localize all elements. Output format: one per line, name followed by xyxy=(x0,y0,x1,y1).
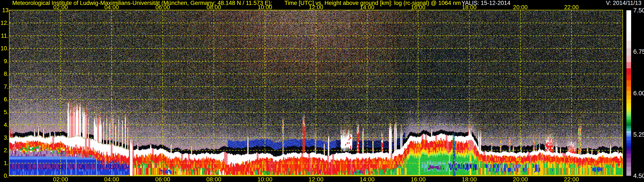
x-tick-label-top: 16:00 xyxy=(411,4,426,10)
y-tick-label: 7. xyxy=(0,84,8,90)
x-tick-label-top: 08:00 xyxy=(206,4,221,10)
y-tick-label: 12. xyxy=(0,20,8,26)
y-tick-label: 13 xyxy=(0,7,8,13)
y-tick-label: 9. xyxy=(0,58,8,64)
colorbar-tick-label: 6.75 xyxy=(633,49,644,55)
version-label: V: 2014/11/13 xyxy=(606,0,642,6)
y-tick-label: 2. xyxy=(0,148,8,153)
y-tick-label: 1. xyxy=(0,160,8,166)
x-tick-label-bottom: 14:00 xyxy=(360,177,374,182)
x-tick-label-top: 18:00 xyxy=(462,4,476,10)
x-tick-label-top: 22:00 xyxy=(564,4,579,10)
x-tick-label-bottom: 12:00 xyxy=(308,177,324,182)
x-tick-label-top: 12:00 xyxy=(309,4,323,10)
x-tick-label-top: 10:00 xyxy=(258,4,272,10)
y-tick-label: 0. xyxy=(0,173,8,179)
station-title: Meteorological Institute of Ludwig-Maxim… xyxy=(12,0,272,6)
y-tick-label: 8. xyxy=(0,71,8,77)
y-tick-label: 11. xyxy=(0,33,8,39)
x-tick-label-bottom: 20:00 xyxy=(513,177,528,182)
x-tick-label-bottom: 06:00 xyxy=(155,177,170,182)
x-tick-label-top: 14:00 xyxy=(360,4,374,10)
lidar-quicklook-screen: Meteorological Institute of Ludwig-Maxim… xyxy=(0,0,644,182)
y-tick-label: 3. xyxy=(0,135,8,140)
y-tick-label: 5. xyxy=(0,109,8,115)
x-tick-label-bottom: 02:00 xyxy=(53,177,68,182)
x-tick-label-bottom: 10:00 xyxy=(258,177,272,182)
heatmap-canvas xyxy=(10,10,622,176)
y-tick-label: 6. xyxy=(0,96,8,102)
x-tick-label-bottom: 08:00 xyxy=(206,177,221,182)
y-tick-label: 10. xyxy=(0,46,8,51)
x-tick-label-bottom: 22:00 xyxy=(564,177,579,182)
x-tick-label-top: 02:00 xyxy=(53,4,68,10)
x-tick-label-bottom: 16:00 xyxy=(411,177,426,182)
x-tick-label-top: 20:00 xyxy=(513,4,528,10)
x-tick-label-bottom: 04:00 xyxy=(104,177,119,182)
x-tick-label-bottom: 18:00 xyxy=(462,177,477,182)
colorbar-tick-label: 4.50 xyxy=(633,173,644,179)
x-tick-label-top: 04:00 xyxy=(104,4,119,10)
colorbar-tick-label: 5.25 xyxy=(633,131,644,137)
colorbar xyxy=(626,10,631,176)
y-tick-label: 4. xyxy=(0,122,8,128)
x-tick-label-top: 06:00 xyxy=(156,4,170,10)
colorbar-tick-label: 7.50 xyxy=(633,7,644,13)
colorbar-tick-label: 6.00 xyxy=(633,90,644,96)
